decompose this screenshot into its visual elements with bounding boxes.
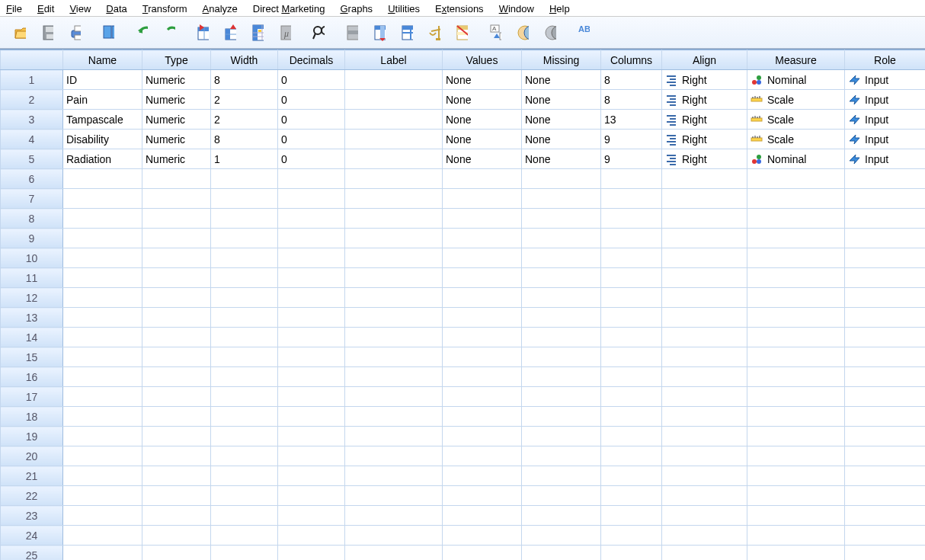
empty-cell[interactable] — [443, 288, 522, 308]
cell-name[interactable]: Disability — [63, 130, 142, 149]
empty-cell[interactable] — [601, 486, 662, 506]
empty-cell[interactable] — [211, 466, 278, 486]
redo-button[interactable] — [157, 21, 181, 45]
insert-cases-button[interactable] — [340, 21, 364, 45]
empty-cell[interactable] — [747, 209, 845, 229]
row-header[interactable]: 9 — [1, 229, 63, 248]
col-header-columns[interactable]: Columns — [601, 50, 662, 70]
open-file-button[interactable] — [8, 21, 32, 45]
col-header-label[interactable]: Label — [345, 50, 443, 70]
empty-cell[interactable] — [63, 308, 142, 328]
menu-window[interactable]: Window — [496, 2, 537, 15]
undo-button[interactable] — [130, 21, 154, 45]
menu-extensions[interactable]: Extensions — [432, 2, 487, 15]
empty-cell[interactable] — [142, 308, 211, 328]
empty-cell[interactable] — [142, 466, 211, 486]
cell-columns[interactable]: 13 — [601, 110, 662, 130]
empty-cell[interactable] — [522, 229, 601, 248]
empty-cell[interactable] — [845, 169, 926, 189]
empty-cell[interactable] — [662, 308, 747, 328]
empty-cell[interactable] — [278, 229, 345, 248]
empty-cell[interactable] — [443, 189, 522, 209]
empty-cell[interactable] — [345, 288, 443, 308]
empty-cell[interactable] — [662, 546, 747, 561]
empty-cell[interactable] — [345, 446, 443, 466]
show-all-variables-button[interactable] — [538, 21, 562, 45]
cell-role[interactable]: Input — [845, 110, 926, 130]
empty-cell[interactable] — [211, 308, 278, 328]
empty-cell[interactable] — [662, 189, 747, 209]
empty-cell[interactable] — [443, 367, 522, 387]
empty-cell[interactable] — [63, 446, 142, 466]
empty-cell[interactable] — [662, 407, 747, 427]
cell-width[interactable]: 8 — [211, 130, 278, 149]
empty-cell[interactable] — [747, 407, 845, 427]
col-header-decimals[interactable]: Decimals — [278, 50, 345, 70]
empty-cell[interactable] — [601, 546, 662, 561]
empty-cell[interactable] — [443, 466, 522, 486]
cell-decimals[interactable]: 0 — [278, 110, 345, 130]
empty-cell[interactable] — [211, 209, 278, 229]
cell-columns[interactable]: 8 — [601, 70, 662, 90]
cell-role[interactable]: Input — [845, 70, 926, 90]
empty-cell[interactable] — [443, 526, 522, 546]
cell-type[interactable]: Numeric — [142, 110, 211, 130]
empty-cell[interactable] — [278, 526, 345, 546]
row-header[interactable]: 15 — [1, 347, 63, 367]
empty-cell[interactable] — [278, 268, 345, 288]
empty-cell[interactable] — [211, 268, 278, 288]
menu-utilities[interactable]: Utilities — [385, 2, 423, 15]
empty-cell[interactable] — [142, 526, 211, 546]
empty-cell[interactable] — [522, 268, 601, 288]
empty-cell[interactable] — [443, 209, 522, 229]
row-header[interactable]: 20 — [1, 446, 63, 466]
empty-cell[interactable] — [443, 486, 522, 506]
empty-cell[interactable] — [601, 169, 662, 189]
empty-cell[interactable] — [845, 446, 926, 466]
empty-cell[interactable] — [443, 407, 522, 427]
select-cases-button[interactable] — [450, 21, 474, 45]
empty-cell[interactable] — [443, 248, 522, 268]
col-header-align[interactable]: Align — [662, 50, 747, 70]
empty-cell[interactable] — [601, 446, 662, 466]
empty-cell[interactable] — [142, 248, 211, 268]
cell-values[interactable]: None — [443, 149, 522, 169]
empty-cell[interactable] — [662, 288, 747, 308]
row-header[interactable]: 14 — [1, 328, 63, 347]
row-header[interactable]: 6 — [1, 169, 63, 189]
row-header[interactable]: 21 — [1, 466, 63, 486]
empty-cell[interactable] — [662, 387, 747, 407]
split-file-button[interactable] — [395, 21, 419, 45]
empty-cell[interactable] — [345, 466, 443, 486]
cell-measure[interactable]: Scale — [747, 130, 845, 149]
empty-cell[interactable] — [211, 328, 278, 347]
empty-cell[interactable] — [845, 407, 926, 427]
empty-cell[interactable] — [345, 209, 443, 229]
cell-width[interactable]: 2 — [211, 90, 278, 110]
empty-cell[interactable] — [845, 506, 926, 526]
insert-variable-button[interactable] — [367, 21, 392, 45]
empty-cell[interactable] — [845, 486, 926, 506]
empty-cell[interactable] — [345, 328, 443, 347]
empty-cell[interactable] — [443, 506, 522, 526]
cell-measure[interactable]: Nominal — [747, 70, 845, 90]
empty-cell[interactable] — [522, 209, 601, 229]
empty-cell[interactable] — [522, 526, 601, 546]
empty-cell[interactable] — [345, 546, 443, 561]
empty-cell[interactable] — [345, 526, 443, 546]
empty-cell[interactable] — [63, 229, 142, 248]
empty-cell[interactable] — [63, 546, 142, 561]
empty-cell[interactable] — [278, 169, 345, 189]
empty-cell[interactable] — [662, 328, 747, 347]
empty-cell[interactable] — [63, 169, 142, 189]
empty-cell[interactable] — [211, 446, 278, 466]
empty-cell[interactable] — [278, 248, 345, 268]
empty-cell[interactable] — [443, 169, 522, 189]
empty-cell[interactable] — [443, 546, 522, 561]
empty-cell[interactable] — [142, 347, 211, 367]
empty-cell[interactable] — [845, 328, 926, 347]
empty-cell[interactable] — [522, 427, 601, 446]
cell-decimals[interactable]: 0 — [278, 90, 345, 110]
cell-role[interactable]: Input — [845, 149, 926, 169]
weight-cases-button[interactable] — [422, 21, 446, 45]
